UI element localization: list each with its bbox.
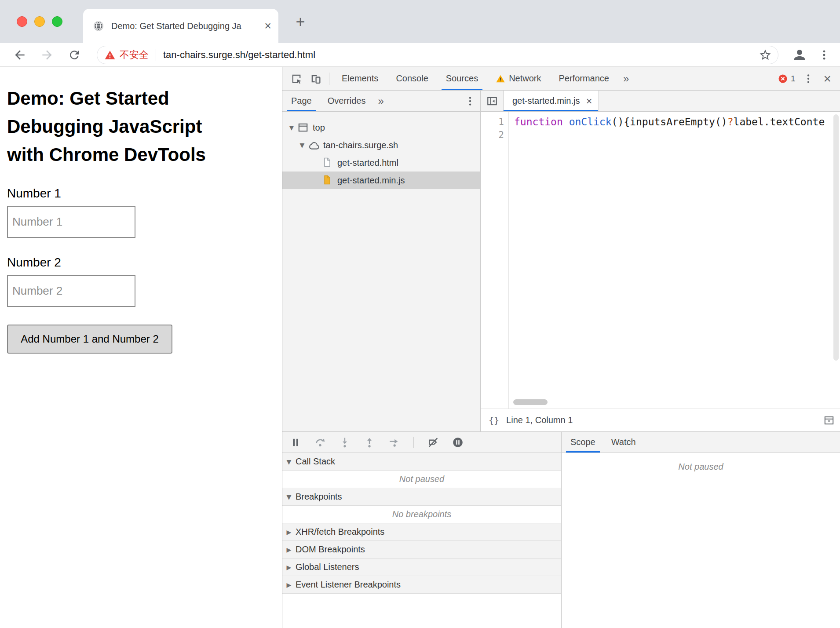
- device-toolbar-button[interactable]: [306, 69, 325, 88]
- error-icon: [778, 74, 788, 84]
- error-count-badge[interactable]: 1: [778, 74, 796, 84]
- navigator-tab-page[interactable]: Page: [284, 91, 319, 111]
- section-title: XHR/fetch Breakpoints: [296, 527, 384, 537]
- window-controls: [17, 16, 62, 27]
- window-minimize-button[interactable]: [34, 16, 45, 27]
- add-numbers-button[interactable]: Add Number 1 and Number 2: [7, 325, 172, 354]
- devtools-toolbar: Elements Console Sources Network Perform…: [282, 67, 840, 91]
- not-secure-label: 不安全: [120, 48, 149, 62]
- browser-window: Demo: Get Started Debugging Ja × + 不安全 t…: [0, 0, 840, 628]
- forward-button[interactable]: [40, 47, 55, 62]
- section-title: DOM Breakpoints: [296, 544, 365, 555]
- deactivate-breakpoints-button[interactable]: [427, 436, 439, 449]
- number-2-input[interactable]: [7, 275, 135, 307]
- tree-item-label: get-started.html: [337, 158, 398, 168]
- token-function-name: onClick: [569, 116, 612, 128]
- devtools-toolbar-right: 1 ×: [778, 69, 840, 88]
- section-event-listener-breakpoints[interactable]: ▶ Event Listener Breakpoints: [282, 576, 561, 594]
- tab-close-icon[interactable]: ×: [264, 20, 271, 32]
- scope-status: Not paused: [562, 453, 840, 628]
- pause-button[interactable]: [289, 436, 302, 449]
- tab-console[interactable]: Console: [387, 67, 437, 90]
- hide-navigator-button[interactable]: [481, 91, 504, 111]
- inspect-element-button[interactable]: [287, 69, 306, 88]
- editor-vertical-scrollbar[interactable]: [833, 114, 839, 361]
- debugger-pane: ▼ Call Stack Not paused ▼ Breakpoints No…: [282, 432, 562, 628]
- step-out-button[interactable]: [363, 436, 376, 449]
- devtools-close-button[interactable]: ×: [818, 72, 836, 85]
- file-tree: ▼ top ▼ tan-chai: [282, 112, 480, 431]
- navigator-tab-overrides[interactable]: Overrides: [321, 91, 373, 111]
- tree-item-label: top: [313, 123, 325, 133]
- code-lines: functiononClick(){inputsAreEmpty()?label…: [514, 115, 831, 128]
- breakpoints-status: No breakpoints: [282, 506, 561, 523]
- window-zoom-button[interactable]: [52, 16, 62, 27]
- cloud-icon: [308, 139, 319, 151]
- token-punctuation: (): [715, 116, 727, 128]
- section-global-listeners[interactable]: ▶ Global Listeners: [282, 559, 561, 576]
- tab-elements[interactable]: Elements: [333, 67, 387, 90]
- tab-title: Demo: Get Started Debugging Ja: [111, 21, 260, 31]
- navigator-menu-button[interactable]: [464, 95, 480, 107]
- more-panels-button[interactable]: »: [618, 73, 634, 85]
- bookmark-star-icon[interactable]: [759, 48, 772, 62]
- debugger-sections: ▼ Call Stack Not paused ▼ Breakpoints No…: [282, 453, 561, 628]
- section-title: Call Stack: [296, 456, 335, 467]
- tree-item-get-started-min-js[interactable]: get-started.min.js: [282, 172, 480, 189]
- window-close-button[interactable]: [17, 16, 27, 27]
- code-area[interactable]: 1 2 functiononClick(){inputsAreEmpty()?l…: [481, 112, 840, 409]
- number-1-label: Number 1: [7, 186, 282, 201]
- token-keyword: function: [514, 116, 563, 128]
- tree-item-domain[interactable]: ▼ tan-chairs.surge.sh: [282, 136, 480, 154]
- step-over-button[interactable]: [314, 436, 326, 449]
- browser-menu-button[interactable]: [817, 48, 831, 62]
- tab-network[interactable]: Network: [487, 67, 550, 90]
- line-number-gutter: 1 2: [481, 112, 509, 409]
- devtools-body: Page Overrides » ▼: [282, 91, 840, 628]
- section-dom-breakpoints[interactable]: ▶ DOM Breakpoints: [282, 541, 561, 559]
- tab-network-label: Network: [509, 73, 541, 84]
- step-into-button[interactable]: [339, 436, 351, 449]
- caret-down-icon[interactable]: ▼: [297, 142, 307, 149]
- tree-item-top[interactable]: ▼ top: [282, 119, 480, 136]
- section-xhr-fetch-breakpoints[interactable]: ▶ XHR/fetch Breakpoints: [282, 523, 561, 541]
- address-bar[interactable]: 不安全 tan-chairs.surge.sh/get-started.html: [97, 46, 778, 64]
- tab-watch[interactable]: Watch: [604, 432, 643, 453]
- step-button[interactable]: [388, 436, 400, 449]
- section-breakpoints[interactable]: ▼ Breakpoints: [282, 488, 561, 506]
- tree-item-get-started-html[interactable]: get-started.html: [282, 154, 480, 172]
- file-tab-close-icon[interactable]: ×: [586, 96, 592, 106]
- cursor-position: Line 1, Column 1: [506, 415, 573, 425]
- file-tab-get-started-min-js[interactable]: get-started.min.js ×: [504, 91, 599, 111]
- tab-sources[interactable]: Sources: [437, 67, 487, 90]
- sources-navigator: Page Overrides » ▼: [282, 91, 481, 431]
- navigator-tabbar: Page Overrides »: [282, 91, 480, 112]
- network-warning-icon: [496, 74, 505, 84]
- devtools-menu-button[interactable]: [799, 69, 818, 88]
- page-heading: Demo: Get Started Debugging JavaScript w…: [7, 84, 236, 169]
- caret-right-icon: ▶: [282, 564, 296, 571]
- debugger-area: ▼ Call Stack Not paused ▼ Breakpoints No…: [282, 431, 840, 628]
- tree-item-label: tan-chairs.surge.sh: [323, 140, 398, 150]
- pause-on-exceptions-button[interactable]: [452, 436, 464, 449]
- caret-right-icon: ▶: [282, 546, 296, 553]
- pretty-print-button[interactable]: {}: [481, 415, 506, 426]
- editor-horizontal-scrollbar[interactable]: [513, 399, 548, 405]
- reload-button[interactable]: [67, 47, 82, 62]
- scope-tabbar: Scope Watch: [562, 432, 840, 453]
- browser-tab[interactable]: Demo: Get Started Debugging Ja ×: [83, 9, 278, 43]
- script-file-icon: [322, 175, 333, 186]
- navigator-more-tabs-button[interactable]: »: [373, 95, 389, 107]
- toggle-debugger-sidebar-button[interactable]: [823, 415, 840, 426]
- new-tab-button[interactable]: +: [290, 12, 310, 32]
- token-identifier: label.textConte: [734, 116, 825, 128]
- tab-performance[interactable]: Performance: [550, 67, 618, 90]
- tab-strip: Demo: Get Started Debugging Ja × +: [0, 0, 840, 43]
- profile-avatar-button[interactable]: [792, 47, 807, 63]
- caret-down-icon[interactable]: ▼: [287, 124, 296, 131]
- back-button[interactable]: [12, 47, 27, 62]
- number-1-input[interactable]: [7, 206, 135, 238]
- tab-scope[interactable]: Scope: [563, 432, 603, 453]
- section-call-stack[interactable]: ▼ Call Stack: [282, 453, 561, 471]
- section-title: Breakpoints: [296, 492, 342, 502]
